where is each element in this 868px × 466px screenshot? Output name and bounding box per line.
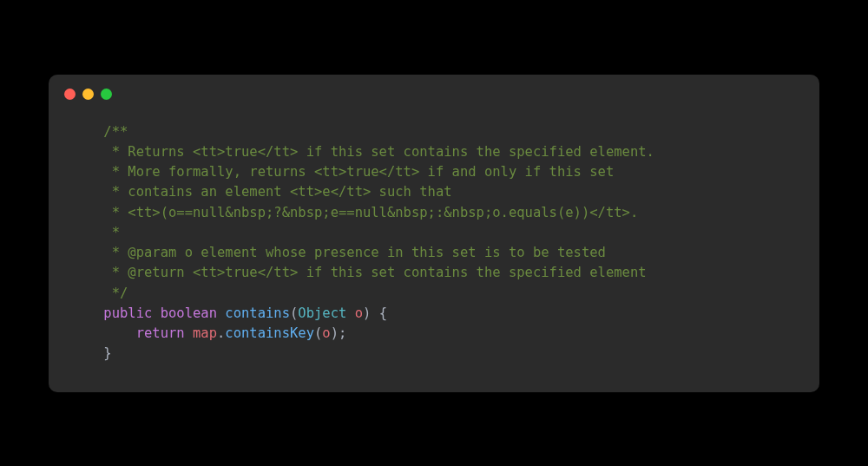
minimize-icon[interactable] xyxy=(82,89,94,100)
code-token: map xyxy=(193,325,217,341)
code-line: * xyxy=(71,223,797,243)
code-window: /** * Returns <tt>true</tt> if this set … xyxy=(49,75,819,392)
code-line: } xyxy=(71,344,797,364)
code-token: ) xyxy=(331,325,339,341)
code-token: ; xyxy=(339,325,346,341)
code-line: * More formally, returns <tt>true</tt> i… xyxy=(71,162,797,182)
code-token: * More formally, returns <tt>true</tt> i… xyxy=(112,164,615,180)
code-line: * @return <tt>true</tt> if this set cont… xyxy=(71,263,797,283)
code-token xyxy=(185,325,193,341)
code-token: */ xyxy=(112,286,128,301)
window-titlebar xyxy=(49,75,819,107)
code-token: public xyxy=(103,305,152,321)
code-token: ( xyxy=(314,325,322,341)
code-token: o xyxy=(322,325,330,341)
code-token: * <tt>(o==null&nbsp;?&nbsp;e==null&nbsp;… xyxy=(112,205,639,220)
code-line: * @param o element whose presence in thi… xyxy=(71,243,797,263)
close-icon[interactable] xyxy=(64,89,76,100)
code-token xyxy=(371,305,378,321)
code-line: * <tt>(o==null&nbsp;?&nbsp;e==null&nbsp;… xyxy=(71,203,797,223)
code-token: boolean xyxy=(161,305,217,321)
code-token: * @param o element whose presence in thi… xyxy=(112,245,606,260)
code-token: ( xyxy=(290,305,298,321)
code-token: return xyxy=(136,325,185,341)
code-token: { xyxy=(379,305,387,321)
code-line: /** xyxy=(71,122,797,142)
code-token: ) xyxy=(363,305,371,321)
code-token: * contains an element <tt>e</tt> such th… xyxy=(112,184,452,200)
code-token: * Returns <tt>true</tt> if this set cont… xyxy=(112,144,654,160)
code-token: contains xyxy=(225,305,290,321)
code-content: /** * Returns <tt>true</tt> if this set … xyxy=(49,107,819,392)
code-line: public boolean contains(Object o) { xyxy=(71,304,797,324)
code-line: * contains an element <tt>e</tt> such th… xyxy=(71,182,797,202)
code-token: /** xyxy=(103,124,128,140)
code-token: * xyxy=(112,225,120,240)
code-line: return map.containsKey(o); xyxy=(71,324,797,344)
code-token: . xyxy=(217,325,225,341)
maximize-icon[interactable] xyxy=(101,89,112,100)
code-token xyxy=(152,305,160,321)
code-token: } xyxy=(103,345,111,361)
code-token: Object xyxy=(298,305,346,321)
code-line: * Returns <tt>true</tt> if this set cont… xyxy=(71,142,797,162)
code-token xyxy=(217,305,225,321)
code-token xyxy=(346,305,354,321)
code-token: containsKey xyxy=(225,325,314,341)
code-line: */ xyxy=(71,284,797,304)
code-token: * @return <tt>true</tt> if this set cont… xyxy=(112,265,647,280)
code-token: o xyxy=(355,305,363,321)
